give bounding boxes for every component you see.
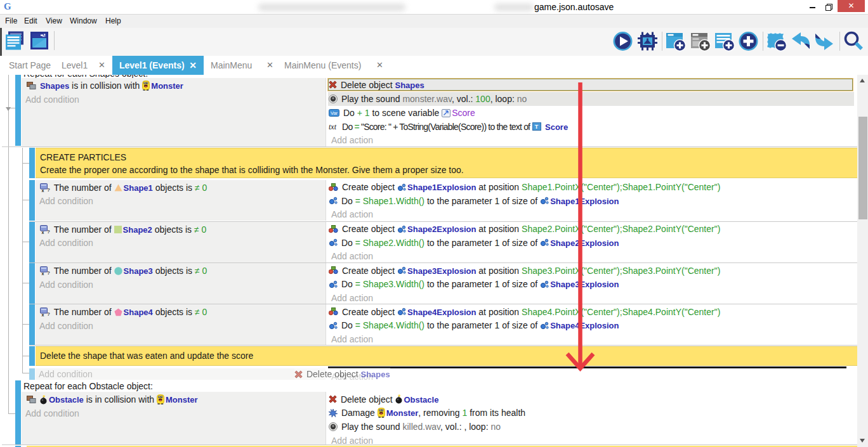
svg-text:x: x [42, 313, 44, 317]
svg-text:?: ? [47, 229, 50, 234]
svg-text:?: ? [47, 270, 50, 275]
svg-text:?: ? [47, 311, 50, 316]
svg-text:x: x [42, 230, 44, 234]
svg-text:T: T [535, 124, 539, 130]
svg-text:?: ? [47, 187, 50, 192]
svg-text:Var: Var [331, 110, 338, 116]
svg-text:txt: txt [329, 122, 337, 131]
svg-text:x: x [42, 271, 44, 276]
svg-text:x: x [42, 188, 44, 192]
